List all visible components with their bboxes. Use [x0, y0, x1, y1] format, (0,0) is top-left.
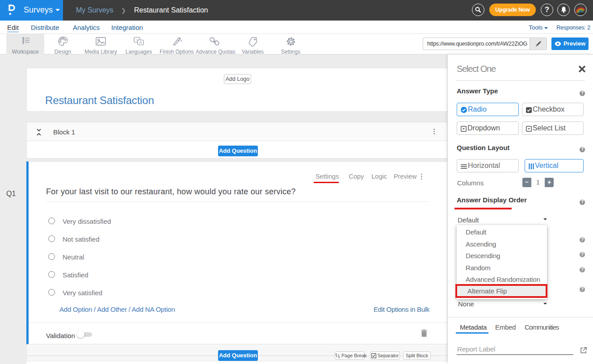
svg-text:A: A — [139, 40, 142, 45]
